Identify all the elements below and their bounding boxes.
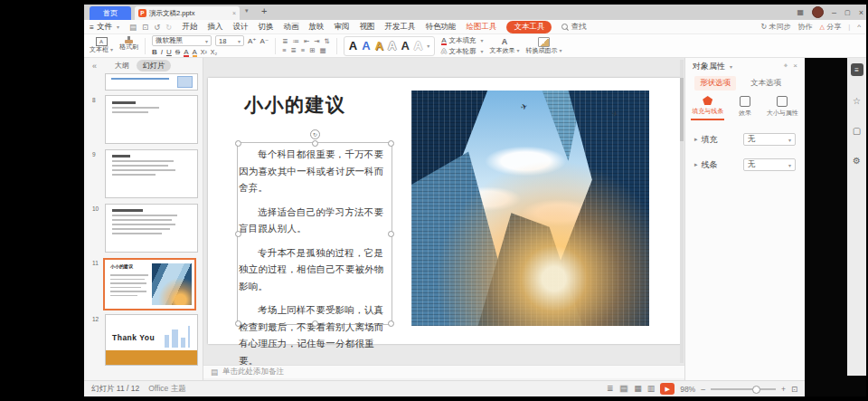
current-slide[interactable]: 小小的建议 ↻ 每个科目都很重要，千万不要因为喜欢其中一科或者讨厌一科而舍弃。 … bbox=[208, 78, 681, 344]
indent-increase-icon[interactable]: ⇥ bbox=[314, 38, 319, 45]
tab-home[interactable]: 首页 bbox=[90, 6, 131, 20]
menu-features[interactable]: 特色功能 bbox=[425, 22, 456, 33]
selected-text-box[interactable]: ↻ 每个科目都很重要，千万不要因为喜欢其中一科或者讨厌一科而舍弃。 选择适合自己… bbox=[237, 142, 392, 325]
find-button[interactable]: 查找 bbox=[561, 22, 586, 33]
resize-handle[interactable] bbox=[388, 320, 394, 327]
fill-dropdown[interactable]: 无 ▾ bbox=[743, 133, 796, 146]
notes-bar[interactable]: ▤ 单击此处添加备注 bbox=[203, 365, 684, 378]
sync-status[interactable]: ↻ 未同步 bbox=[761, 22, 791, 32]
menu-animation[interactable]: 动画 bbox=[283, 22, 298, 33]
columns-icon[interactable]: ▦ bbox=[320, 47, 326, 54]
menu-design[interactable]: 设计 bbox=[232, 22, 248, 33]
line-spacing-icon[interactable]: ⇅ bbox=[325, 38, 330, 45]
font-size-select[interactable]: 18 ▾ bbox=[215, 35, 244, 46]
wordart-style-5[interactable]: A bbox=[401, 40, 409, 52]
menu-devtools[interactable]: 开发工具 bbox=[384, 22, 415, 33]
close-panel-icon[interactable]: × bbox=[793, 62, 797, 71]
menu-insert[interactable]: 插入 bbox=[207, 22, 222, 33]
slide-title[interactable]: 小小的建议 bbox=[244, 92, 346, 118]
indent-decrease-icon[interactable]: ⇤ bbox=[304, 38, 309, 45]
bullets-icon[interactable]: ≣ bbox=[282, 38, 288, 45]
menu-slideshow[interactable]: 放映 bbox=[308, 22, 324, 33]
rotate-handle[interactable]: ↻ bbox=[310, 129, 320, 139]
collapse-panel-icon[interactable]: « bbox=[92, 62, 97, 71]
outline-view-icon[interactable]: ≣ bbox=[607, 385, 614, 393]
tab-shape-options[interactable]: 形状选项 bbox=[694, 76, 736, 91]
close-tab-icon[interactable]: × bbox=[232, 10, 236, 16]
expand-arrow-icon[interactable]: ▸ bbox=[694, 161, 698, 168]
slideshow-play-button[interactable]: ▶ bbox=[660, 383, 675, 395]
star-icon[interactable]: ☆ bbox=[853, 96, 861, 106]
zoom-slider[interactable] bbox=[711, 388, 776, 390]
collapse-ribbon-icon[interactable]: ^ bbox=[857, 23, 861, 31]
resize-handle[interactable] bbox=[388, 231, 394, 237]
wordart-more-icon[interactable]: ▾ bbox=[427, 43, 429, 49]
slide-thumbnail-9[interactable] bbox=[105, 149, 198, 198]
menu-start[interactable]: 开始 bbox=[182, 22, 197, 33]
justify-icon[interactable]: ⊞ bbox=[309, 47, 315, 54]
slide-image-skyscrapers[interactable]: ✈ ✈ bbox=[411, 91, 649, 326]
resize-handle[interactable] bbox=[312, 140, 318, 147]
minimize-button[interactable]: – bbox=[832, 8, 836, 17]
close-button[interactable]: × bbox=[859, 8, 863, 17]
share-button[interactable]: △ 分享 bbox=[820, 22, 842, 32]
menu-transition[interactable]: 切换 bbox=[258, 22, 273, 33]
wordart-style-3[interactable]: A bbox=[375, 40, 383, 52]
new-tab-button[interactable]: + bbox=[261, 5, 267, 16]
highlight-color-icon[interactable]: A bbox=[193, 48, 197, 56]
resize-handle[interactable] bbox=[235, 320, 241, 327]
tab-document[interactable]: P 演示文稿2.pptx × bbox=[135, 6, 240, 20]
resize-handle[interactable] bbox=[388, 140, 394, 147]
workspace-grid-icon[interactable]: ▦ bbox=[797, 8, 805, 16]
redo-icon[interactable]: ↻ bbox=[165, 23, 172, 32]
slide-thumbnail-10[interactable] bbox=[105, 204, 198, 253]
properties-rail-icon-active[interactable]: ≡ bbox=[851, 63, 863, 76]
slide-thumbnail-12[interactable]: Thank You bbox=[105, 314, 198, 366]
file-menu[interactable]: ≡ 文件 ▾ bbox=[90, 22, 119, 33]
subtab-size-properties[interactable]: 大小与属性 bbox=[766, 96, 799, 120]
italic-icon[interactable]: I bbox=[161, 48, 163, 56]
menu-review[interactable]: 审阅 bbox=[334, 22, 349, 33]
menu-text-tools[interactable]: 文本工具 bbox=[506, 21, 552, 33]
text-fill-button[interactable]: A 文本填充 ▾ bbox=[441, 36, 483, 45]
align-left-icon[interactable]: ≡ bbox=[282, 47, 286, 54]
pin-panel-icon[interactable]: ⌖ bbox=[784, 62, 788, 71]
increase-font-icon[interactable]: A⁺ bbox=[248, 37, 257, 45]
tab-list-icon[interactable]: ▾ bbox=[245, 7, 249, 14]
tab-slides[interactable]: 幻灯片 bbox=[137, 60, 171, 72]
zoom-out-icon[interactable]: – bbox=[701, 385, 705, 394]
tab-text-options[interactable]: 文本选项 bbox=[745, 76, 787, 91]
resize-handle[interactable] bbox=[235, 231, 241, 237]
format-painter-button[interactable]: 格式刷 bbox=[119, 40, 138, 51]
align-right-icon[interactable]: ≡ bbox=[301, 47, 305, 54]
decrease-font-icon[interactable]: A⁻ bbox=[260, 37, 269, 45]
subtab-fill-line[interactable]: 填充与线条 bbox=[691, 96, 724, 120]
editing-canvas[interactable]: 小小的建议 ↻ 每个科目都很重要，千万不要因为喜欢其中一科或者讨厌一科而舍弃。 … bbox=[203, 58, 684, 365]
subscript-icon[interactable]: X₂ bbox=[211, 49, 217, 55]
slide-thumbnail-8[interactable] bbox=[105, 95, 198, 144]
normal-view-icon[interactable]: ▤ bbox=[619, 385, 629, 393]
wordart-style-1[interactable]: A bbox=[349, 40, 357, 52]
wordart-style-4[interactable]: A bbox=[388, 40, 396, 52]
slide-thumbnail-7-partial[interactable] bbox=[105, 73, 198, 91]
resize-handle[interactable] bbox=[235, 140, 241, 147]
bold-icon[interactable]: B bbox=[152, 48, 157, 56]
canvas-scrollbar[interactable] bbox=[680, 60, 684, 363]
zoom-slider-thumb[interactable] bbox=[752, 386, 760, 394]
slide-thumbnail-11-selected[interactable]: 小小的建议 bbox=[103, 258, 196, 310]
save-icon[interactable]: ▤ bbox=[129, 23, 137, 32]
zoom-in-icon[interactable]: + bbox=[781, 385, 786, 394]
wordart-style-2[interactable]: A bbox=[362, 40, 370, 52]
gear-icon[interactable]: ⚙ bbox=[853, 156, 861, 166]
textbox-button[interactable]: A 文本框▾ bbox=[90, 37, 113, 53]
menu-draw-tools[interactable]: 绘图工具 bbox=[466, 22, 496, 33]
maximize-button[interactable]: ▢ bbox=[844, 9, 851, 16]
scrollbar-thumb[interactable] bbox=[680, 78, 684, 141]
avatar[interactable] bbox=[812, 6, 824, 18]
align-center-icon[interactable]: ≣ bbox=[291, 47, 297, 54]
collaborate-button[interactable]: 协作 bbox=[798, 22, 813, 32]
font-color-icon[interactable]: A bbox=[184, 48, 188, 56]
convert-diagram-button[interactable]: 转换成图示▾ bbox=[526, 37, 562, 54]
line-dropdown[interactable]: 无 ▾ bbox=[743, 158, 796, 171]
undo-icon[interactable]: ↺ bbox=[154, 23, 160, 32]
